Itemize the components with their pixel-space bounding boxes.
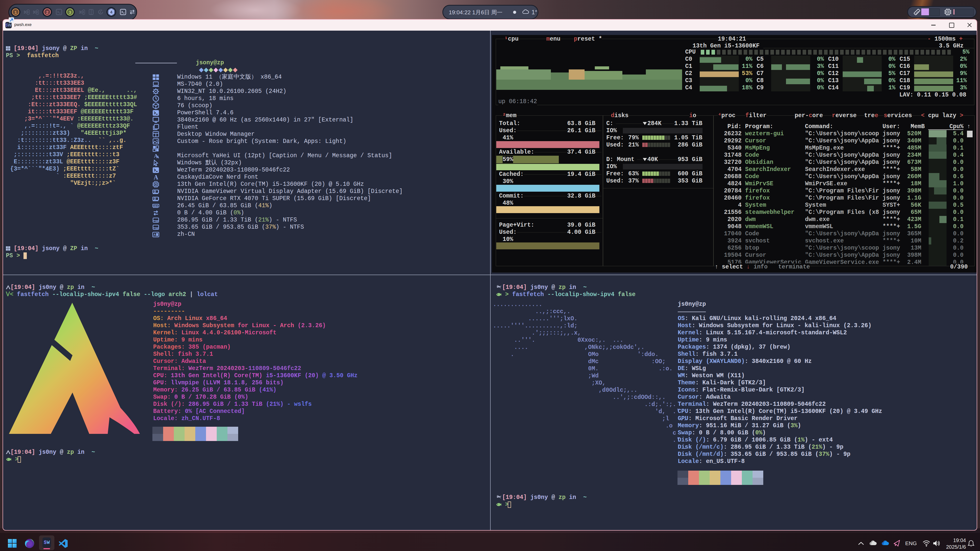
svg-text:2: 2 (100, 11, 101, 14)
svg-text:A: A (156, 155, 159, 159)
svg-text:3: 3 (69, 10, 71, 15)
svg-text:2: 2 (46, 10, 48, 15)
svg-text:A: A (153, 233, 156, 237)
svg-text:4: 4 (110, 10, 113, 15)
svg-text:1: 1 (14, 10, 17, 15)
svg-text:A: A (154, 174, 158, 181)
